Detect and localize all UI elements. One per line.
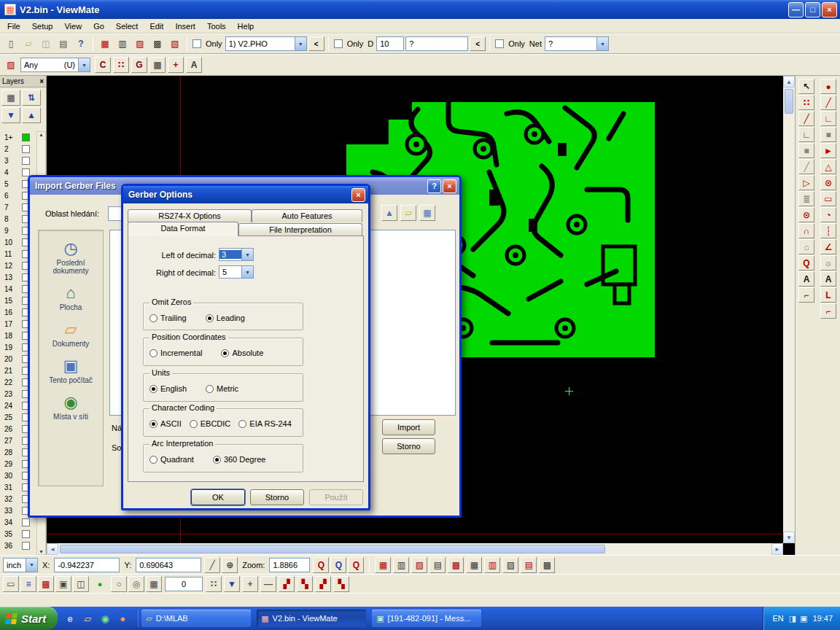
menu-go[interactable]: Go: [88, 20, 110, 33]
red-grid-icon-1[interactable]: ▦: [375, 557, 391, 573]
draw-line-icon[interactable]: ╱: [820, 95, 836, 110]
dot-grid-icon[interactable]: ∷: [206, 576, 222, 592]
draw-circle-icon[interactable]: ⊙: [820, 175, 836, 190]
ie-icon[interactable]: e: [63, 612, 77, 625]
red-grid-icon-2[interactable]: ▨: [411, 557, 427, 573]
radio-ascii[interactable]: ASCII: [149, 419, 182, 428]
place-network[interactable]: ◉ Místa v síti: [39, 394, 103, 421]
dcode-table-icon[interactable]: ▨: [132, 36, 148, 52]
chevron-down-icon[interactable]: ▼: [295, 37, 306, 50]
left-of-decimal-combobox[interactable]: 3 ▼: [219, 248, 254, 261]
red-checker-icon[interactable]: ▩: [38, 576, 54, 592]
right-of-decimal-combobox[interactable]: 5 ▼: [219, 265, 254, 279]
only-layer-checkbox[interactable]: [192, 39, 201, 48]
red-grid-icon-5[interactable]: ▤: [521, 557, 537, 573]
tray-network-icon[interactable]: ◨: [789, 614, 796, 623]
select-grid-icon[interactable]: ▨: [3, 57, 19, 73]
place-documents[interactable]: ▱ Dokumenty: [39, 321, 103, 348]
grid-pattern-icon[interactable]: ▦: [149, 57, 166, 73]
draw-triangle-icon[interactable]: △: [820, 159, 836, 174]
chevron-down-icon[interactable]: ▼: [26, 559, 37, 572]
layer-row[interactable]: 3: [0, 155, 36, 166]
tab-file-interpretation[interactable]: File Interpretation: [238, 223, 362, 236]
probe-icon[interactable]: ◎: [128, 576, 144, 592]
new-folder-icon[interactable]: ▱: [400, 205, 416, 221]
measure-diagonal-icon[interactable]: ╱: [204, 557, 220, 573]
letter-g-icon[interactable]: G: [131, 57, 147, 73]
zoom-window-icon[interactable]: Q: [330, 557, 346, 573]
dark-grid-icon-4[interactable]: ▨: [502, 557, 518, 573]
angle-line-icon[interactable]: ∠: [820, 239, 836, 254]
aperture-list-icon[interactable]: ▥: [114, 36, 131, 52]
scroll-left-icon[interactable]: ◄: [47, 543, 58, 555]
gerber-dialog-titlebar[interactable]: Gerber Options ×: [123, 186, 368, 203]
filled-square-icon[interactable]: ■: [798, 143, 814, 158]
radio-absolute[interactable]: Absolute: [221, 349, 263, 357]
print-icon[interactable]: ▤: [55, 36, 71, 52]
minimize-button[interactable]: —: [788, 2, 804, 18]
menu-help[interactable]: Help: [232, 20, 260, 33]
highlight-dcodes-icon[interactable]: ▦: [97, 36, 113, 52]
layer-swap-icon[interactable]: ⇅: [22, 90, 41, 106]
draw-pie-icon[interactable]: ◔: [820, 207, 836, 222]
menu-insert[interactable]: Insert: [169, 20, 201, 33]
menu-select[interactable]: Select: [110, 20, 144, 33]
prev-layer-button[interactable]: <: [308, 36, 324, 51]
tab-auto-features[interactable]: Auto Features: [252, 209, 362, 222]
menu-tools[interactable]: Tools: [201, 20, 232, 33]
dark-grid-icon-2[interactable]: ▤: [429, 557, 446, 573]
circle-dot-icon[interactable]: ⊙: [798, 207, 814, 222]
tab-rs274x-options[interactable]: RS274-X Options: [128, 209, 252, 222]
polygon-icon[interactable]: ⌂: [798, 239, 814, 254]
zoom-all-icon[interactable]: Q: [348, 557, 364, 573]
menu-setup[interactable]: Setup: [26, 20, 59, 33]
radio-quadrant[interactable]: Quadrant: [149, 455, 194, 464]
context-help-icon[interactable]: ?: [73, 36, 89, 52]
layer-table-icon[interactable]: ▦: [1, 90, 20, 106]
radio-eia-rs244[interactable]: EIA RS-244: [238, 419, 291, 428]
dcode-filter-input[interactable]: ?: [405, 36, 468, 51]
zoom-q-icon[interactable]: Q: [798, 255, 814, 271]
layer-swatch[interactable]: [22, 157, 30, 165]
radio-ebcdic[interactable]: EBCDIC: [190, 419, 231, 428]
task-message[interactable]: ▣ [191-482-091] - Mess...: [372, 610, 481, 627]
net-combobox[interactable]: ? ▼: [545, 36, 609, 51]
scroll-down-icon[interactable]: ▼: [783, 532, 795, 543]
red-dot-pattern-icon-2[interactable]: ▚: [297, 576, 313, 592]
draw-corner-icon[interactable]: ∟: [820, 111, 836, 126]
view-menu-icon[interactable]: ▦: [419, 205, 435, 221]
save-icon[interactable]: ◫: [38, 36, 54, 52]
radio-360-degree[interactable]: 360 Degree: [213, 455, 266, 464]
layer-lines-icon[interactable]: ≡: [20, 576, 36, 592]
dark-grid-icon-3[interactable]: ▦: [466, 557, 482, 573]
pad-pair-icon[interactable]: ∷: [798, 95, 814, 110]
up-level-icon[interactable]: ▲: [381, 205, 397, 221]
layers-panel-header[interactable]: Layers ×: [0, 76, 46, 88]
window-titlebar[interactable]: ▦ V2.bin - ViewMate — □ ×: [0, 0, 840, 19]
unit-combobox[interactable]: inch ▼: [3, 558, 38, 572]
corner-ruler-icon[interactable]: ⌐: [798, 287, 814, 303]
draw-point-icon[interactable]: ●: [820, 79, 836, 94]
import-button[interactable]: Import: [382, 419, 435, 435]
new-file-icon[interactable]: ▯: [3, 36, 19, 52]
chevron-down-icon[interactable]: ▼: [78, 58, 90, 71]
menu-view[interactable]: View: [58, 20, 88, 33]
layer-down-icon[interactable]: ▼: [1, 107, 20, 123]
task-viewmate[interactable]: ▦ V2.bin - ViewMate: [257, 610, 366, 627]
dark-grid-icon-5[interactable]: ▩: [539, 557, 555, 573]
diagonal-line-icon[interactable]: ╱: [798, 111, 814, 126]
board-outline-icon[interactable]: ▭: [3, 576, 19, 592]
cancel-button[interactable]: Storno: [250, 489, 304, 505]
ok-button[interactable]: OK: [191, 489, 245, 505]
chevron-down-icon[interactable]: ▼: [241, 266, 253, 278]
draw-square-icon[interactable]: ■: [820, 127, 836, 142]
layer-row[interactable]: 35: [0, 528, 36, 540]
layer-swatch[interactable]: [22, 542, 30, 550]
tab-data-format[interactable]: Data Format: [128, 222, 238, 236]
red-grid-icon-4[interactable]: ▥: [484, 557, 500, 573]
film-box-icon[interactable]: ▧: [167, 36, 183, 52]
move-cross-icon[interactable]: +: [242, 576, 258, 592]
pointer-cursor-icon[interactable]: ↖: [798, 79, 814, 94]
layer-swatch[interactable]: [22, 145, 30, 153]
line-stack-icon[interactable]: ≣: [798, 191, 814, 206]
